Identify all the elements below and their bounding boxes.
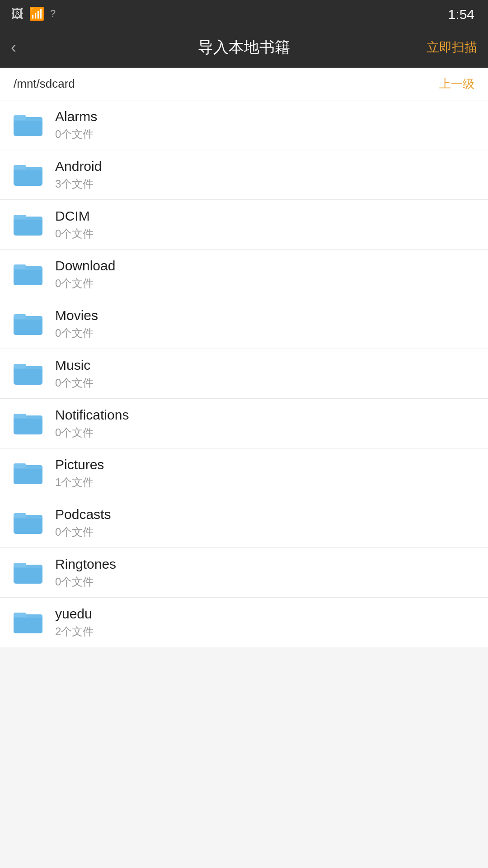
status-icons: 🖼 📶 ?: [11, 6, 56, 21]
folder-icon: [14, 461, 42, 486]
svg-rect-8: [14, 217, 42, 220]
folder-info: Movies 0个文件: [55, 308, 98, 340]
folder-info: Alarms 0个文件: [55, 109, 97, 142]
folder-info: yuedu 2个文件: [55, 606, 94, 639]
folder-name: Podcasts: [55, 507, 111, 522]
svg-rect-17: [14, 366, 42, 369]
folder-item[interactable]: Podcasts 0个文件: [0, 498, 488, 548]
folder-item[interactable]: Pictures 1个文件: [0, 448, 488, 498]
svg-rect-26: [14, 515, 42, 519]
wifi-icon: 📶: [29, 6, 45, 21]
folder-count: 0个文件: [55, 226, 94, 241]
folder-icon: [14, 162, 42, 188]
folder-info: Ringtones 0个文件: [55, 557, 116, 589]
folder-count: 2个文件: [55, 624, 94, 639]
folder-name: Movies: [55, 308, 98, 323]
path-bar: /mnt/sdcard 上一级: [0, 68, 488, 100]
status-bar: 🖼 📶 ? 1:54: [0, 0, 488, 27]
folder-icon: [14, 212, 42, 237]
folder-name: Pictures: [55, 457, 104, 472]
up-button[interactable]: 上一级: [439, 76, 474, 92]
folder-icon: [14, 610, 42, 635]
svg-rect-32: [14, 614, 42, 618]
folder-count: 0个文件: [55, 127, 97, 142]
folder-info: Podcasts 0个文件: [55, 507, 111, 539]
folder-info: Music 0个文件: [55, 358, 94, 390]
folder-name: yuedu: [55, 606, 94, 622]
folder-item[interactable]: Notifications 0个文件: [0, 399, 488, 448]
folder-info: Notifications 0个文件: [55, 407, 129, 440]
svg-rect-5: [14, 167, 42, 170]
svg-rect-2: [14, 117, 42, 121]
folder-info: DCIM 0个文件: [55, 208, 94, 241]
current-path: /mnt/sdcard: [14, 77, 75, 91]
folder-item[interactable]: yuedu 2个文件: [0, 598, 488, 647]
folder-info: Android 3个文件: [55, 159, 102, 191]
folder-name: Download: [55, 258, 115, 274]
folder-icon: [14, 510, 42, 536]
folder-name: Android: [55, 159, 102, 174]
folder-info: Download 0个文件: [55, 258, 115, 291]
image-icon: 🖼: [11, 6, 23, 21]
folder-name: DCIM: [55, 208, 94, 224]
header: ‹ 导入本地书籍 立即扫描: [0, 27, 488, 68]
svg-rect-11: [14, 266, 42, 270]
folder-item[interactable]: Movies 0个文件: [0, 299, 488, 349]
folder-name: Music: [55, 358, 94, 373]
folder-item[interactable]: Download 0个文件: [0, 250, 488, 299]
status-time: 1:54: [448, 7, 474, 22]
folder-count: 0个文件: [55, 276, 115, 291]
scan-button[interactable]: 立即扫描: [427, 39, 477, 56]
folder-icon: [14, 411, 42, 436]
folder-icon: [14, 262, 42, 287]
folder-item[interactable]: DCIM 0个文件: [0, 200, 488, 250]
folder-count: 1个文件: [55, 475, 104, 490]
svg-rect-23: [14, 465, 42, 469]
folder-count: 3个文件: [55, 177, 102, 191]
folder-name: Notifications: [55, 407, 129, 423]
folder-count: 0个文件: [55, 326, 98, 340]
folder-count: 0个文件: [55, 575, 116, 589]
folder-icon: [14, 361, 42, 387]
folder-info: Pictures 1个文件: [55, 457, 104, 490]
folder-item[interactable]: Music 0个文件: [0, 349, 488, 399]
folder-icon: [14, 113, 42, 138]
folder-count: 0个文件: [55, 425, 129, 440]
question-icon: ?: [50, 8, 56, 19]
folder-count: 0个文件: [55, 525, 111, 539]
svg-rect-20: [14, 415, 42, 419]
back-button[interactable]: ‹: [11, 38, 16, 57]
folder-item[interactable]: Android 3个文件: [0, 150, 488, 200]
folder-icon: [14, 311, 42, 337]
folder-item[interactable]: Ringtones 0个文件: [0, 548, 488, 598]
folder-count: 0个文件: [55, 376, 94, 390]
folder-item[interactable]: Alarms 0个文件: [0, 100, 488, 150]
folder-name: Ringtones: [55, 557, 116, 572]
folder-list: Alarms 0个文件 Android 3个文件: [0, 100, 488, 647]
folder-name: Alarms: [55, 109, 97, 124]
folder-icon: [14, 560, 42, 585]
header-title: 导入本地书籍: [198, 37, 290, 58]
svg-rect-14: [14, 316, 42, 320]
svg-rect-29: [14, 565, 42, 568]
